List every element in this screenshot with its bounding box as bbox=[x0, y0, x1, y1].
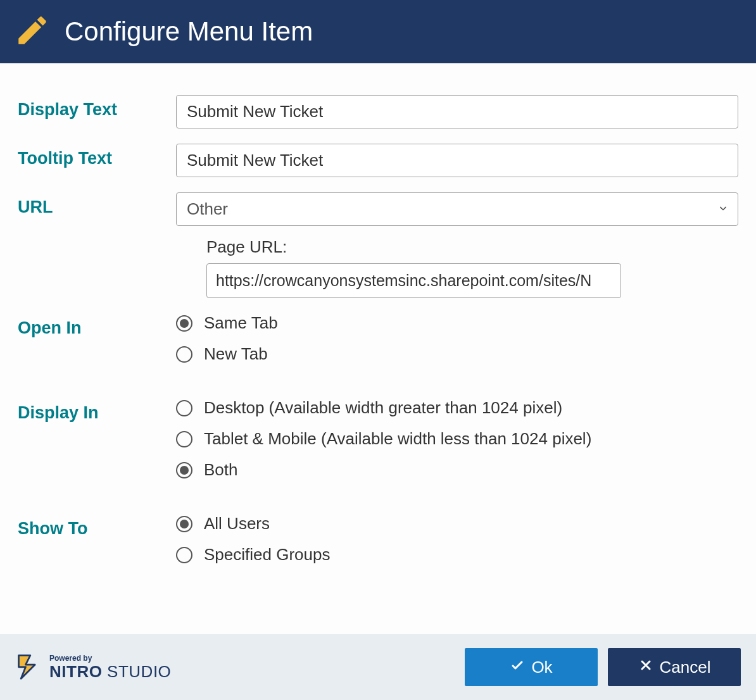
url-select[interactable]: Other bbox=[176, 192, 738, 226]
radio-icon bbox=[176, 315, 192, 332]
configure-menu-item-dialog: Configure Menu Item Display Text Tooltip… bbox=[0, 0, 756, 700]
radio-open-in-new-tab[interactable]: New Tab bbox=[176, 344, 738, 364]
row-url: URL Other Page URL: bbox=[18, 192, 738, 298]
label-show-to: Show To bbox=[18, 514, 176, 539]
radio-icon bbox=[176, 431, 192, 447]
label-url: URL bbox=[18, 192, 176, 217]
row-display-in: Display In Desktop (Available width grea… bbox=[18, 398, 738, 480]
radio-label: Both bbox=[204, 460, 238, 480]
radio-display-in-desktop[interactable]: Desktop (Available width greater than 10… bbox=[176, 398, 738, 418]
cancel-button[interactable]: Cancel bbox=[608, 648, 741, 686]
dialog-title: Configure Menu Item bbox=[65, 16, 313, 47]
radio-icon bbox=[176, 400, 192, 416]
label-display-in: Display In bbox=[18, 398, 176, 423]
dialog-body: Display Text Tooltip Text URL Other bbox=[0, 63, 756, 634]
brand-powered-by: Powered by bbox=[49, 654, 171, 662]
page-url-subfield: Page URL: bbox=[206, 237, 738, 298]
radio-display-in-both[interactable]: Both bbox=[176, 460, 738, 480]
radio-icon bbox=[176, 346, 192, 363]
label-display-text: Display Text bbox=[18, 95, 176, 120]
radio-open-in-same-tab[interactable]: Same Tab bbox=[176, 313, 738, 333]
nitro-bolt-icon bbox=[15, 652, 43, 682]
ok-button-label: Ok bbox=[531, 658, 552, 677]
check-icon bbox=[510, 658, 525, 677]
brand-name: NITRO STUDIO bbox=[49, 663, 171, 680]
brand-logo: Powered by NITRO STUDIO bbox=[15, 652, 171, 682]
row-show-to: Show To All Users Specified Groups bbox=[18, 514, 738, 565]
radio-icon bbox=[176, 516, 192, 532]
radio-show-to-specified-groups[interactable]: Specified Groups bbox=[176, 545, 738, 565]
page-url-label: Page URL: bbox=[206, 237, 738, 257]
dialog-footer: Powered by NITRO STUDIO Ok Cancel bbox=[0, 634, 756, 700]
radio-display-in-tablet-mobile[interactable]: Tablet & Mobile (Available width less th… bbox=[176, 429, 738, 449]
ok-button[interactable]: Ok bbox=[465, 648, 598, 686]
radio-icon bbox=[176, 547, 192, 563]
radio-label: Specified Groups bbox=[204, 545, 330, 565]
radio-show-to-all-users[interactable]: All Users bbox=[176, 514, 738, 534]
page-url-input[interactable] bbox=[206, 263, 621, 298]
radio-label: Desktop (Available width greater than 10… bbox=[204, 398, 562, 418]
label-tooltip-text: Tooltip Text bbox=[18, 144, 176, 168]
radio-label: Tablet & Mobile (Available width less th… bbox=[204, 429, 591, 449]
radio-label: New Tab bbox=[204, 344, 268, 364]
label-open-in: Open In bbox=[18, 313, 176, 338]
radio-icon bbox=[176, 462, 192, 478]
row-open-in: Open In Same Tab New Tab bbox=[18, 313, 738, 364]
pencil-icon bbox=[14, 12, 51, 51]
close-icon bbox=[638, 658, 653, 677]
radio-label: All Users bbox=[204, 514, 270, 534]
display-text-input[interactable] bbox=[176, 95, 738, 128]
dialog-header: Configure Menu Item bbox=[0, 0, 756, 63]
tooltip-text-input[interactable] bbox=[176, 144, 738, 177]
row-tooltip-text: Tooltip Text bbox=[18, 144, 738, 177]
cancel-button-label: Cancel bbox=[660, 658, 711, 677]
radio-label: Same Tab bbox=[204, 313, 278, 333]
row-display-text: Display Text bbox=[18, 95, 738, 128]
